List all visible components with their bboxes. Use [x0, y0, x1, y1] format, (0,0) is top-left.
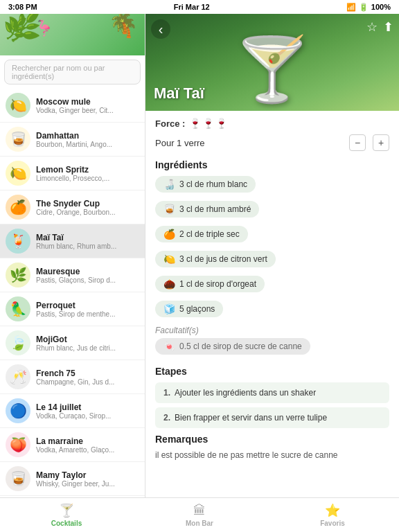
- tab-icon-cocktails: 🍸: [59, 503, 74, 518]
- ingredient-item: 🥃 3 cl de rhum ambré: [155, 201, 389, 222]
- facultatif-amount: 0.5 cl de sirop de sucre de canne: [179, 342, 302, 351]
- force-label: Force :: [155, 118, 185, 129]
- portion-decrease-button[interactable]: −: [349, 134, 366, 151]
- cocktail-avatar: 🥃: [6, 466, 30, 491]
- sidebar-decoration: 🌿 🦩 🌴: [0, 14, 145, 55]
- cocktail-item-juillet[interactable]: 🔵 Le 14 juillet Vodka, Curaçao, Sirop...: [0, 394, 145, 428]
- search-bar[interactable]: Rechercher par nom ou par ingrédient(s): [4, 60, 141, 85]
- portion-controls: − +: [349, 134, 389, 151]
- cocktail-ingredient-preview: Limoncello, Prosecco,...: [36, 175, 139, 182]
- facultatif-item: 🍬 0.5 cl de sirop de sucre de canne: [155, 338, 389, 360]
- force-icons: 🍷 🍷 🍷: [189, 118, 227, 129]
- cocktail-name: Moscow mule: [36, 97, 139, 107]
- cocktail-name: Le 14 juillet: [36, 402, 139, 412]
- facultatif-chip: 🍬 0.5 cl de sirop de sucre de canne: [155, 338, 310, 355]
- cocktail-name: Lemon Spritz: [36, 165, 139, 175]
- step-number: 1.: [163, 388, 170, 398]
- cocktail-avatar: 🍋: [6, 161, 30, 186]
- battery-pct: 100%: [371, 3, 391, 11]
- ingredient-item: 🍋 3 cl de jus de citron vert: [155, 251, 389, 272]
- force-icon-1: 🍷: [189, 118, 201, 129]
- ingredient-chip: 🌰 1 cl de sirop d'orgeat: [155, 276, 265, 292]
- ingredient-chip: 🥃 3 cl de rhum ambré: [155, 201, 259, 218]
- cocktail-info: Lemon Spritz Limoncello, Prosecco,...: [36, 165, 139, 182]
- cocktail-item-perroquet[interactable]: 🦜 Perroquet Pastis, Sirop de menthe...: [0, 292, 145, 326]
- remarks-text: il est possible de ne pas mettre le sucr…: [155, 450, 389, 460]
- cocktail-info: Mauresque Pastis, Glaçons, Sirop d...: [36, 267, 139, 284]
- cocktail-emoji: 🦜: [10, 301, 27, 317]
- portion-increase-button[interactable]: +: [373, 134, 389, 151]
- cocktail-item-mojigot[interactable]: 🍃 MojiGot Rhum blanc, Jus de citri...: [0, 326, 145, 360]
- step-item: 2. Bien frapper et servir dans un verre …: [155, 407, 389, 428]
- remarks-title: Remarques: [155, 434, 389, 445]
- tab-bar: 🍸 Cocktails 🏛 Mon Bar ⭐ Favoris: [0, 497, 399, 532]
- cocktail-name: Mamy Taylor: [36, 470, 139, 480]
- ingredient-chip: 🧊 5 glaçons: [155, 301, 223, 317]
- cocktail-emoji: 🔵: [10, 402, 27, 419]
- ingredient-amount: 5 glaçons: [179, 304, 215, 314]
- cocktail-item-marraine[interactable]: 🍑 La marraine Vodka, Amaretto, Glaço...: [0, 428, 145, 462]
- ingredient-icon: 🧊: [163, 303, 175, 314]
- cocktail-item-mai-tai[interactable]: 🍹 Maï Taï Rhum blanc, Rhum amb...: [0, 224, 145, 258]
- cocktail-ingredient-preview: Vodka, Amaretto, Glaço...: [36, 446, 139, 454]
- cocktail-avatar: 🥂: [6, 364, 30, 389]
- ingredient-item: 🍊 2 cl de triple sec: [155, 226, 389, 247]
- step-number: 2.: [163, 413, 170, 423]
- tab-bar[interactable]: 🏛 Mon Bar: [133, 498, 266, 532]
- status-icons: 📶 🔋 100%: [346, 3, 391, 12]
- cocktail-item-lemon-spritz[interactable]: 🍋 Lemon Spritz Limoncello, Prosecco,...: [0, 157, 145, 190]
- cocktail-emoji: 🍑: [10, 436, 27, 453]
- cocktail-item-french75[interactable]: 🥂 French 75 Champagne, Gin, Jus d...: [0, 360, 145, 394]
- cocktail-item-moscow-mule[interactable]: 🍋 Moscow mule Vodka, Ginger beer, Cit...: [0, 89, 145, 123]
- detail-hero: 🍸 ‹ ☆ ⬆ Maï Taï: [145, 14, 399, 111]
- ingredient-icon: 🍋: [163, 254, 175, 265]
- bookmark-icon[interactable]: ☆: [366, 19, 378, 35]
- cocktail-ingredient-preview: Rhum blanc, Jus de citri...: [36, 344, 139, 352]
- cocktail-ingredient-preview: Vodka, Ginger beer, Cit...: [36, 107, 139, 114]
- cocktail-info: Mamy Taylor Whisky, Ginger beer, Ju...: [36, 470, 139, 488]
- cocktail-avatar: 🍑: [6, 432, 30, 457]
- cocktail-item-mauresque[interactable]: 🌿 Mauresque Pastis, Glaçons, Sirop d...: [0, 258, 145, 292]
- facultatif-icon: 🍬: [163, 341, 175, 352]
- force-icon-2: 🍷: [202, 118, 214, 129]
- ingredient-amount: 1 cl de sirop d'orgeat: [179, 279, 256, 289]
- cocktail-info: The Snyder Cup Cidre, Orange, Bourbon...: [36, 199, 139, 216]
- back-button[interactable]: ‹: [151, 19, 170, 39]
- cocktail-ingredient-preview: Pastis, Sirop de menthe...: [36, 310, 139, 318]
- ingredient-chip: 🍋 3 cl de jus de citron vert: [155, 251, 276, 267]
- status-carrier: Fri Mar 12: [174, 3, 210, 11]
- cocktail-emoji: 🍃: [10, 335, 27, 351]
- ingredients-title: Ingrédients: [155, 159, 389, 170]
- cocktail-list: 🍋 Moscow mule Vodka, Ginger beer, Cit...…: [0, 89, 145, 497]
- cocktail-info: French 75 Champagne, Gin, Jus d...: [36, 369, 139, 386]
- battery-icon: 🔋: [359, 3, 369, 12]
- cocktail-avatar: 🦜: [6, 296, 30, 321]
- ingredient-amount: 3 cl de jus de citron vert: [179, 254, 267, 264]
- detail-content: Force : 🍷 🍷 🍷 Pour 1 verre − + Ingrédien…: [145, 111, 399, 497]
- cocktail-emoji: 🍋: [10, 165, 27, 181]
- cocktail-ingredient-preview: Champagne, Gin, Jus d...: [36, 378, 139, 386]
- cocktail-ingredient-preview: Whisky, Ginger beer, Ju...: [36, 480, 139, 488]
- cocktail-item-snyder-cup[interactable]: 🍊 The Snyder Cup Cidre, Orange, Bourbon.…: [0, 190, 145, 224]
- ingredient-icon: 🌰: [163, 278, 175, 290]
- cocktail-info: Maï Taï Rhum blanc, Rhum amb...: [36, 233, 139, 250]
- force-row: Force : 🍷 🍷 🍷: [155, 118, 389, 129]
- ingredient-amount: 2 cl de triple sec: [179, 229, 240, 239]
- cocktail-avatar: 🥃: [6, 127, 30, 152]
- share-icon[interactable]: ⬆: [383, 19, 393, 35]
- tab-cocktails[interactable]: 🍸 Cocktails: [0, 498, 133, 532]
- cocktail-name: Perroquet: [36, 301, 139, 310]
- cocktail-emoji: 🥂: [10, 369, 27, 385]
- cocktail-item-damhattan[interactable]: 🥃 Damhattan Bourbon, Martini, Ango...: [0, 123, 145, 157]
- cocktail-emoji: 🌿: [10, 267, 27, 283]
- tab-favoris[interactable]: ⭐ Favoris: [266, 498, 399, 532]
- cocktail-avatar: 🔵: [6, 398, 30, 423]
- cocktail-emoji: 🍹: [10, 233, 27, 249]
- cocktail-ingredient-preview: Cidre, Orange, Bourbon...: [36, 209, 139, 216]
- cocktail-name: French 75: [36, 369, 139, 378]
- cocktail-item-mamy-taylor[interactable]: 🥃 Mamy Taylor Whisky, Ginger beer, Ju...: [0, 462, 145, 496]
- ingredient-item: 🍶 3 cl de rhum blanc: [155, 176, 389, 197]
- cocktail-emoji: 🥃: [10, 131, 27, 148]
- ingredient-item: 🧊 5 glaçons: [155, 301, 389, 321]
- cocktail-item-parrain[interactable]: 🥃 Le parrain Whisky, Amaretto, Glaç...: [0, 496, 145, 497]
